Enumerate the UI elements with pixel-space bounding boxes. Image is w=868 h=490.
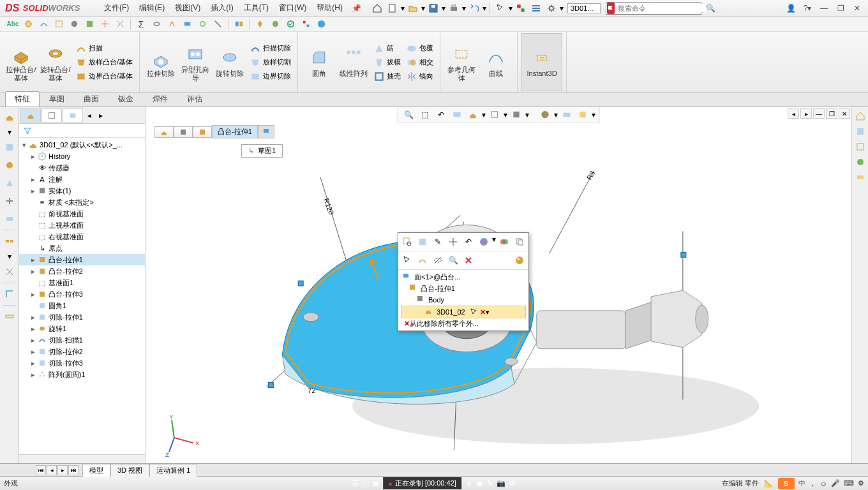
- bt-next[interactable]: ▸: [57, 465, 68, 475]
- lt-icon-2[interactable]: [3, 140, 17, 154]
- qb-icon-3[interactable]: [37, 18, 50, 31]
- tree-tab-right[interactable]: ▸: [95, 111, 107, 120]
- print-icon[interactable]: [447, 1, 461, 15]
- ime-indicator[interactable]: S: [778, 478, 795, 489]
- ribbon-fillet[interactable]: 圆角: [302, 33, 336, 91]
- tree-extrude3[interactable]: ▸凸台-拉伸3: [19, 288, 145, 300]
- lt-icon-9[interactable]: [3, 287, 17, 301]
- user-icon[interactable]: 👤: [784, 2, 798, 15]
- ribbon-cut-boundary[interactable]: 边界切除: [247, 70, 294, 83]
- rt-icon-5[interactable]: [854, 171, 867, 184]
- tree-filter[interactable]: [19, 124, 145, 138]
- ime-emoji[interactable]: ☺: [820, 480, 827, 487]
- tree-root[interactable]: ▾3D01_02 (默认<<默认>_...: [19, 139, 145, 151]
- sb-tool-icon[interactable]: ✎: [487, 479, 493, 487]
- ribbon-cut-sweep[interactable]: 扫描切除: [247, 42, 294, 55]
- ctx-hide-icon[interactable]: [431, 253, 445, 267]
- ribbon-mirror[interactable]: 镜向: [403, 70, 436, 83]
- btab-motion[interactable]: 运动算例 1: [149, 464, 197, 477]
- tree-scrollbar[interactable]: [19, 454, 145, 463]
- vp-render-icon[interactable]: [576, 108, 590, 121]
- ribbon-sweep[interactable]: 扫描: [73, 42, 135, 55]
- ctx-delete-x[interactable]: ✕: [480, 308, 486, 316]
- ctx-delete-icon[interactable]: [461, 253, 475, 267]
- vp-win-close[interactable]: ✕: [839, 108, 850, 119]
- command-search[interactable]: 🔍: [606, 2, 701, 15]
- qb-abc-icon[interactable]: Abc: [6, 18, 19, 31]
- qb-icon-13[interactable]: [196, 18, 209, 31]
- ribbon-refgeom[interactable]: 参考几何体: [444, 33, 479, 91]
- ribbon-cut-loft[interactable]: 放样切割: [247, 56, 294, 69]
- tree-revolve1[interactable]: ▸旋转1: [19, 323, 145, 334]
- lt-icon-7[interactable]: [3, 234, 17, 248]
- options-list-icon[interactable]: [529, 1, 543, 15]
- sb-icon-2[interactable]: ⬚: [363, 479, 369, 487]
- qb-icon-5[interactable]: [68, 18, 80, 31]
- ribbon-curves[interactable]: 曲线: [479, 33, 513, 91]
- tab-weld[interactable]: 焊件: [143, 91, 177, 107]
- search-input[interactable]: [615, 4, 706, 12]
- ribbon-extrude-boss[interactable]: 拉伸凸台/基体: [4, 33, 38, 91]
- menu-tools[interactable]: 工具(T): [239, 3, 274, 13]
- ctx-normal-icon[interactable]: [415, 235, 430, 249]
- ime-lang[interactable]: 中: [798, 479, 805, 488]
- ime-settings[interactable]: ⚙: [858, 479, 864, 487]
- help-icon[interactable]: ?▾: [800, 2, 814, 15]
- ribbon-draft[interactable]: 拔模: [371, 56, 403, 69]
- ctx-part-item[interactable]: 3D01_02✕▾: [401, 306, 526, 318]
- vp-view-orient-icon[interactable]: [466, 108, 480, 121]
- vp-prev-view-icon[interactable]: ↶: [434, 108, 448, 121]
- save-icon[interactable]: [426, 1, 440, 15]
- lt-ruler-icon[interactable]: [3, 309, 17, 323]
- ctx-face-item[interactable]: 面<1>@凸台...: [401, 271, 526, 283]
- qb-icon-19[interactable]: [299, 18, 312, 31]
- qb-sigma-icon[interactable]: Σ: [135, 18, 147, 31]
- bt-last[interactable]: ⏭: [68, 465, 79, 475]
- ctx-select-icon[interactable]: [400, 253, 414, 267]
- tab-sketch[interactable]: 草图: [40, 91, 74, 107]
- rebuild-icon[interactable]: [514, 1, 528, 15]
- ribbon-rib[interactable]: 筋: [371, 42, 403, 55]
- restore-icon[interactable]: ❐: [834, 2, 848, 15]
- ribbon-pattern[interactable]: 线性阵列: [336, 33, 371, 91]
- tree-origin[interactable]: ↳原点: [19, 242, 145, 254]
- lt-icon-8[interactable]: [3, 265, 17, 279]
- vp-win-prev[interactable]: ◂: [788, 108, 799, 119]
- tree-tab-left[interactable]: ◂: [84, 111, 95, 120]
- search-magnify-icon[interactable]: 🔍: [706, 4, 715, 13]
- sb-icon-1[interactable]: ☰: [352, 479, 359, 487]
- vp-zoom-icon[interactable]: 🔍: [402, 108, 416, 121]
- vp-win-min[interactable]: —: [813, 108, 825, 119]
- ribbon-shell[interactable]: 抽壳: [371, 70, 403, 83]
- tab-feature[interactable]: 特征: [5, 91, 40, 107]
- vp-scene-icon[interactable]: [560, 108, 574, 121]
- ime-punct[interactable]: ，: [809, 479, 816, 488]
- ctx-remove-item[interactable]: ✕从此移除所有零个外...: [401, 318, 526, 329]
- bt-prev[interactable]: ◂: [47, 465, 57, 475]
- btab-3dview[interactable]: 3D 视图: [110, 464, 149, 477]
- qb-icon-20[interactable]: [315, 18, 327, 31]
- sb-icon-3[interactable]: ▦: [373, 479, 379, 487]
- ime-mic[interactable]: 🎤: [831, 479, 840, 487]
- undo-icon[interactable]: [467, 1, 481, 15]
- tree-cutextrude1[interactable]: ▸切除-拉伸1: [19, 311, 145, 323]
- ctx-zoom-icon[interactable]: 🔍: [446, 253, 460, 267]
- qb-icon-18[interactable]: [284, 18, 297, 31]
- menu-help[interactable]: 帮助(H): [311, 3, 348, 13]
- ctx-zoom-sel-icon[interactable]: [400, 235, 414, 249]
- vp-display-icon[interactable]: [488, 108, 502, 121]
- qb-icon-12[interactable]: [181, 18, 193, 31]
- qb-icon-16[interactable]: [253, 18, 266, 31]
- ctx-copy-icon[interactable]: [513, 235, 527, 249]
- ctx-dropdown-caret[interactable]: ▾: [486, 308, 490, 316]
- qb-icon-14[interactable]: [211, 18, 224, 31]
- vp-section-icon[interactable]: [450, 108, 464, 121]
- tree-cutextrude2[interactable]: ▸切除-拉伸2: [19, 346, 145, 357]
- tree-solidbodies[interactable]: ▸实体(1): [19, 185, 145, 197]
- tree-history[interactable]: ▸🕑History: [19, 151, 145, 162]
- sb-custom-icon[interactable]: 📐: [763, 478, 774, 489]
- settings-gear-icon[interactable]: [544, 1, 558, 15]
- ctx-edit-icon[interactable]: ✎: [431, 235, 445, 249]
- tree-extrude1[interactable]: ▸凸台-拉伸1: [19, 254, 145, 265]
- tree-plane1[interactable]: ⬚基准面1: [19, 277, 145, 288]
